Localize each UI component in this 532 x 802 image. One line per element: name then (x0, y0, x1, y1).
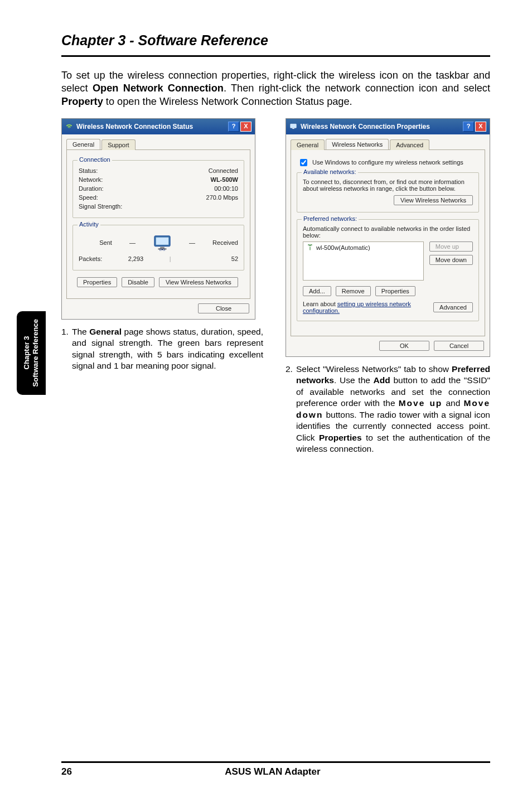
intro-paragraph: To set up the wireless connection proper… (61, 69, 490, 108)
intro-bold-2: Property (61, 96, 103, 107)
add-button[interactable]: Add... (303, 286, 331, 296)
caption-text: The (72, 327, 89, 336)
svg-text:((●)): ((●)) (159, 248, 165, 251)
caption-2: 2. Select "Wireless Networks" tab to sho… (286, 364, 490, 455)
view-wireless-button[interactable]: View Wireless Networks (159, 277, 238, 287)
dialog-properties-titlebar: Wireless Network Connection Properties ?… (286, 119, 490, 134)
caption-text: Select "Wireless Networks" tab to show (296, 364, 452, 374)
received-label: Received (212, 239, 238, 246)
dialog-status-title: Wireless Network Connection Status (76, 123, 193, 131)
dialog-status: Wireless Network Connection Status ? X G… (61, 118, 255, 320)
antenna-icon (307, 244, 313, 251)
dialog-properties: Wireless Network Connection Properties ?… (286, 118, 490, 357)
caption-1: 1. The General page shows status, durati… (61, 326, 263, 372)
page-footer: 26 ASUS WLAN Adapter (0, 761, 532, 777)
remove-button[interactable]: Remove (336, 286, 371, 296)
header-rule (61, 55, 490, 57)
packets-label: Packets: (79, 255, 102, 262)
network-label: Network: (79, 176, 103, 183)
dialog-status-titlebar: Wireless Network Connection Status ? X (62, 119, 255, 134)
tab-support[interactable]: Support (101, 139, 136, 150)
svg-rect-1 (156, 238, 169, 245)
side-tab-line2: Software Reference (31, 319, 40, 386)
close-button[interactable]: X (240, 122, 252, 132)
duration-value: 00:00:10 (214, 185, 238, 192)
preferred-item-label: wl-500w(Automatic) (316, 244, 370, 251)
monitor-icon: ((●)) (153, 234, 172, 251)
move-down-button[interactable]: Move down (429, 255, 473, 265)
learn-text: Learn about setting up wireless network … (303, 301, 414, 314)
tab-general[interactable]: General (66, 139, 100, 149)
intro-text: to open the Wireless Network Connection … (103, 96, 352, 107)
chapter-title: Chapter 3 - Software Reference (61, 32, 490, 49)
footer-product: ASUS WLAN Adapter (225, 766, 320, 777)
caption-1-number: 1. (61, 326, 69, 372)
speed-label: Speed: (79, 194, 98, 201)
packets-sent: 2,293 (102, 255, 169, 262)
tab-advanced[interactable]: Advanced (390, 139, 429, 150)
group-available-title: Available networks: (302, 168, 358, 175)
wireless-icon (65, 123, 73, 131)
use-windows-label: Use Windows to configure my wireless net… (312, 159, 463, 166)
svg-rect-5 (291, 124, 297, 128)
help-button[interactable]: ? (228, 122, 239, 132)
move-up-button[interactable]: Move up (429, 241, 473, 252)
page-number: 26 (61, 766, 72, 777)
caption-2-number: 2. (286, 364, 293, 455)
help-button[interactable]: ? (463, 122, 474, 132)
group-activity-title: Activity (78, 221, 100, 228)
caption-text: and (442, 398, 463, 408)
learn-prefix: Learn about (303, 301, 337, 307)
close-button[interactable]: X (475, 122, 486, 132)
disable-button[interactable]: Disable (122, 277, 154, 287)
preferred-list-item[interactable]: wl-500w(Automatic) (307, 244, 420, 251)
svg-rect-6 (292, 128, 294, 129)
dialog-properties-title: Wireless Network Connection Properties (301, 123, 430, 131)
available-desc: To connect to, disconnect from, or find … (303, 178, 473, 192)
properties-button[interactable]: Properties (375, 286, 415, 296)
duration-label: Duration: (79, 185, 104, 192)
close-dialog-button[interactable]: Close (198, 303, 249, 313)
group-connection-title: Connection (78, 156, 112, 163)
group-preferred-title: Preferred networks: (302, 215, 359, 222)
cancel-button[interactable]: Cancel (434, 341, 484, 351)
intro-text: . Then right-click the network connectio… (224, 83, 490, 94)
status-value: Connected (209, 167, 238, 174)
network-value: WL-500W (211, 176, 239, 183)
side-thumb-tab: Chapter 3 Software Reference (17, 311, 46, 395)
network-icon (289, 123, 297, 131)
preferred-desc: Automatically connect to available netwo… (303, 225, 473, 239)
caption-bold: Properties (319, 433, 362, 442)
packets-received: 52 (171, 255, 238, 262)
status-label: Status: (79, 167, 98, 174)
intro-bold-1: Open Network Connection (93, 83, 224, 94)
speed-value: 270.0 Mbps (206, 194, 238, 201)
sent-label: Sent (99, 239, 112, 246)
view-wireless-networks-button[interactable]: View Wireless Networks (394, 195, 473, 205)
properties-button[interactable]: Properties (77, 277, 117, 287)
advanced-button[interactable]: Advanced (433, 302, 473, 312)
tab-general[interactable]: General (291, 139, 325, 150)
side-tab-line1: Chapter 3 (22, 336, 31, 370)
caption-bold: Move up (399, 398, 443, 408)
ok-button[interactable]: OK (379, 341, 429, 351)
caption-bold: General (89, 327, 122, 336)
caption-bold: Add (374, 375, 390, 385)
signal-label: Signal Strength: (79, 203, 122, 210)
caption-text: . Use the (334, 375, 374, 385)
tab-wireless-networks[interactable]: Wireless Networks (326, 139, 389, 149)
use-windows-checkbox[interactable] (300, 159, 307, 166)
